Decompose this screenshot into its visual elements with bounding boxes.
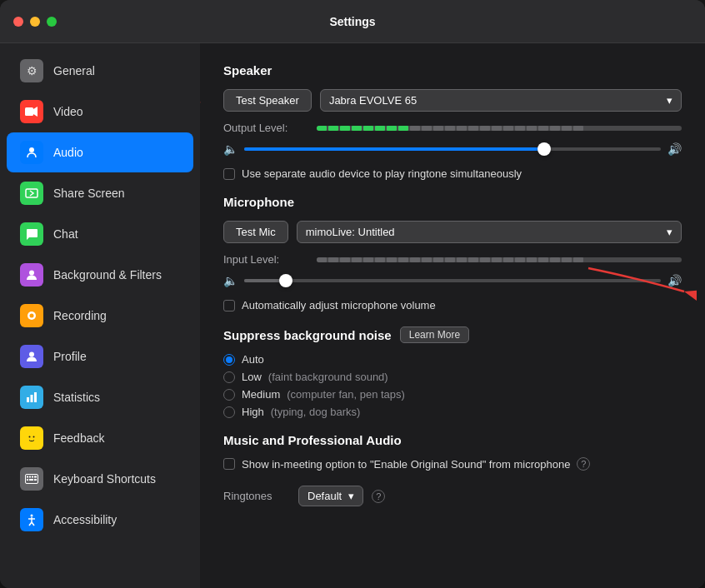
radio-low-row: Low (faint background sound): [223, 371, 682, 383]
input-volume-slider[interactable]: [244, 279, 661, 282]
ringtones-info-icon[interactable]: ?: [372, 490, 385, 503]
separate-audio-checkbox[interactable]: [223, 168, 235, 180]
speaker-device-label: Jabra EVOLVE 65: [329, 94, 417, 107]
svg-line-26: [32, 522, 34, 526]
sidebar-item-feedback[interactable]: Feedback: [7, 418, 193, 458]
sidebar-item-video[interactable]: Video: [7, 92, 193, 132]
svg-point-4: [29, 271, 34, 276]
output-volume-thumb[interactable]: [538, 142, 551, 156]
sidebar-item-general[interactable]: ⚙ General: [7, 51, 193, 91]
radio-low[interactable]: [223, 371, 235, 383]
sidebar-item-recording[interactable]: Recording: [7, 296, 193, 336]
profile-icon: [20, 345, 43, 368]
output-level-row: Output Level:: [223, 122, 682, 134]
sidebar-label-recording: Recording: [53, 309, 107, 322]
traffic-lights: [13, 17, 57, 27]
output-volume-slider[interactable]: [244, 147, 661, 151]
suppress-section: Suppress background noise Learn More Aut…: [223, 326, 682, 418]
speaker-controls-row: Test Speaker Jabra EVOLVE 65 ▾: [223, 89, 682, 112]
sidebar-item-chat[interactable]: Chat: [7, 214, 193, 254]
mic-device-label: mimoLive: Untitled: [306, 226, 395, 238]
radio-medium-label: Medium: [242, 388, 280, 401]
auto-adjust-checkbox[interactable]: [223, 300, 235, 311]
radio-auto-row: Auto: [223, 353, 682, 366]
speaker-device-select[interactable]: Jabra EVOLVE 65 ▾: [320, 89, 682, 112]
original-sound-row: Show in-meeting option to "Enable Origin…: [223, 457, 682, 471]
recording-icon: [20, 304, 43, 327]
sidebar-item-audio[interactable]: Audio: [7, 132, 193, 172]
music-title: Music and Professional Audio: [223, 433, 682, 447]
svg-rect-21: [34, 479, 37, 481]
radio-medium-row: Medium (computer fan, pen taps): [223, 388, 682, 401]
keyboard-icon: [20, 467, 43, 491]
radio-low-hint: (faint background sound): [268, 371, 388, 383]
sidebar-item-keyboard[interactable]: Keyboard Shortcuts: [7, 459, 193, 499]
sidebar-label-general: General: [53, 64, 95, 77]
titlebar: Settings: [0, 0, 705, 43]
radio-high[interactable]: [223, 406, 235, 418]
sidebar-label-audio: Audio: [53, 146, 83, 159]
output-volume-fill: [244, 147, 544, 151]
sidebar-label-keyboard: Keyboard Shortcuts: [53, 472, 156, 486]
speaker-dropdown-arrow: ▾: [667, 94, 672, 107]
sidebar-label-share: Share Screen: [53, 187, 125, 200]
suppress-row: Suppress background noise Learn More: [223, 326, 682, 343]
ringtones-label: Ringtones: [223, 490, 290, 502]
svg-rect-10: [34, 392, 37, 402]
input-level-bar: [317, 257, 682, 262]
output-level-label: Output Level:: [223, 122, 307, 134]
original-sound-checkbox[interactable]: [223, 458, 235, 470]
test-speaker-button[interactable]: Test Speaker: [223, 89, 312, 112]
close-button[interactable]: [13, 17, 23, 27]
ringtones-value: Default: [308, 490, 342, 502]
noise-radio-group: Auto Low (faint background sound) Medium…: [223, 353, 682, 418]
separate-audio-label: Use separate audio device to play ringto…: [242, 167, 522, 180]
input-volume-row: 🔈 🔊: [223, 274, 682, 287]
output-level-bar: [317, 126, 682, 131]
radio-medium-hint: (computer fan, pen taps): [287, 388, 405, 401]
radio-high-label: High: [242, 406, 264, 418]
sidebar-item-background[interactable]: Background & Filters: [7, 255, 193, 295]
svg-rect-16: [29, 476, 31, 478]
svg-rect-8: [27, 397, 29, 402]
sidebar-item-share[interactable]: Share Screen: [7, 173, 193, 213]
share-icon: [20, 182, 43, 205]
speaker-section: Speaker Test Speaker Jabra EVOLVE 65 ▾ O…: [223, 63, 682, 180]
svg-rect-3: [26, 189, 38, 197]
sidebar-item-accessibility[interactable]: Accessibility: [7, 500, 193, 540]
maximize-button[interactable]: [47, 17, 57, 27]
input-vol-low-icon: 🔈: [223, 274, 238, 287]
microphone-section: Microphone Test Mic mimoLive: Untitled ▾: [223, 195, 682, 311]
feedback-icon: [20, 426, 43, 450]
svg-point-7: [29, 352, 34, 357]
original-sound-label: Show in-meeting option to "Enable Origin…: [242, 458, 570, 471]
microphone-title: Microphone: [223, 195, 682, 209]
video-icon: [20, 100, 43, 123]
svg-point-13: [33, 436, 35, 438]
svg-rect-18: [34, 476, 37, 478]
radio-medium[interactable]: [223, 389, 235, 401]
test-mic-button[interactable]: Test Mic: [223, 221, 288, 243]
svg-rect-19: [27, 479, 28, 481]
radio-auto[interactable]: [223, 354, 235, 366]
sidebar-label-accessibility: Accessibility: [53, 513, 117, 526]
sidebar-item-profile[interactable]: Profile: [7, 336, 193, 376]
svg-rect-20: [29, 479, 33, 481]
input-volume-thumb[interactable]: [279, 274, 292, 287]
mic-device-select[interactable]: mimoLive: Untitled ▾: [297, 221, 682, 243]
minimize-button[interactable]: [30, 17, 40, 27]
original-sound-info-icon[interactable]: ?: [577, 457, 590, 471]
accessibility-icon: [20, 508, 43, 531]
sidebar-label-statistics: Statistics: [53, 391, 100, 404]
svg-rect-15: [27, 476, 28, 478]
svg-point-6: [30, 314, 34, 318]
radio-high-row: High (typing, dog barks): [223, 406, 682, 418]
learn-more-button[interactable]: Learn More: [400, 326, 469, 343]
svg-marker-1: [33, 107, 38, 117]
ringtone-row: Ringtones Default ▾ ?: [223, 486, 682, 506]
sidebar-item-statistics[interactable]: Statistics: [7, 377, 193, 417]
ringtones-select[interactable]: Default ▾: [298, 486, 363, 506]
main-panel: Speaker Test Speaker Jabra EVOLVE 65 ▾ O…: [200, 43, 705, 588]
sidebar: ⚙ General Video: [0, 43, 200, 588]
sidebar-label-feedback: Feedback: [53, 431, 104, 445]
